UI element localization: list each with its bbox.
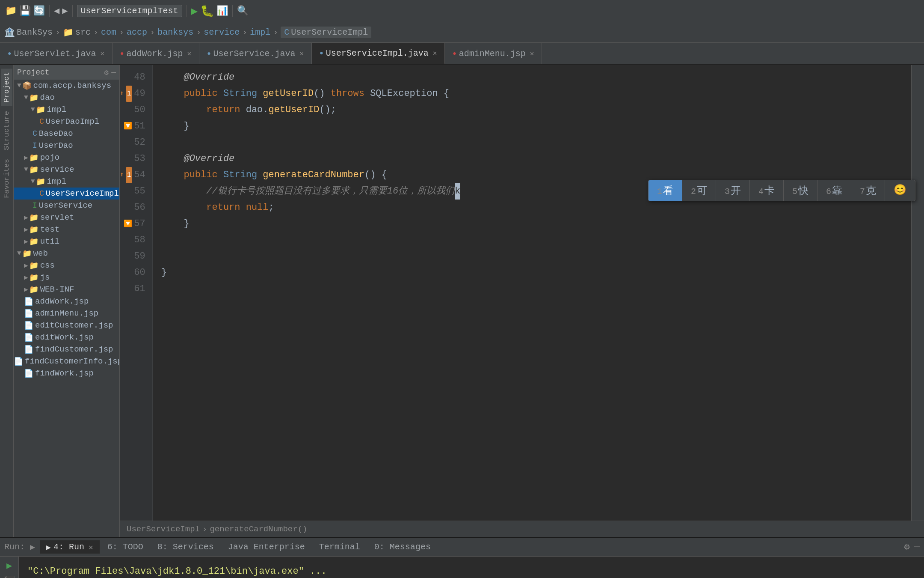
ac-item-5[interactable]: 5快 bbox=[784, 180, 817, 201]
vert-tab-favorites[interactable]: Favorites bbox=[1, 155, 12, 202]
nav-src[interactable]: 📁 src bbox=[63, 27, 91, 38]
folder-icon: 📁 bbox=[36, 177, 45, 186]
tab-close-userserviceimpl[interactable]: ✕ bbox=[433, 49, 437, 57]
tree-item-userdaoimpl[interactable]: C UserDaoImpl bbox=[14, 116, 119, 128]
tab-close-userservice[interactable]: ✕ bbox=[300, 49, 304, 58]
tree-item-userserviceimpl[interactable]: C UserServiceImpl bbox=[14, 188, 119, 200]
tree-item-basedao[interactable]: C BaseDao bbox=[14, 128, 119, 140]
stop-btn[interactable]: ⬛ bbox=[3, 576, 15, 578]
tree-item-userservice[interactable]: I UserService bbox=[14, 200, 119, 212]
nav-com[interactable]: com bbox=[101, 27, 116, 37]
nav-service[interactable]: service bbox=[204, 27, 240, 37]
nav-banksys-pkg[interactable]: banksys bbox=[157, 27, 193, 37]
bottom-tab-messages[interactable]: 0: Messages bbox=[368, 540, 437, 554]
nav-userserviceimpl[interactable]: C UserServiceImpl bbox=[281, 27, 371, 38]
bottom-tab-terminal[interactable]: Terminal bbox=[313, 540, 367, 554]
tree-item-js[interactable]: ▶ 📁 js bbox=[14, 271, 119, 283]
tab-userserviceimpl[interactable]: ● UserServiceImpl.java ✕ bbox=[312, 43, 445, 64]
tab-userservlet[interactable]: ● UserServlet.java ✕ bbox=[0, 43, 113, 64]
src-folder-icon: 📁 bbox=[63, 27, 74, 38]
bottom-tab-services[interactable]: 8: Services bbox=[151, 540, 220, 554]
method-call-1: getUserID bbox=[269, 102, 320, 118]
nav-impl[interactable]: impl bbox=[250, 27, 270, 37]
tree-item-service-impl[interactable]: ▼ 📁 impl bbox=[14, 176, 119, 188]
package-icon: 📦 bbox=[22, 81, 32, 90]
debug-button[interactable]: 🐛 bbox=[200, 4, 214, 18]
jsp-icon: 📄 bbox=[24, 321, 33, 330]
tree-item-web[interactable]: ▼ 📁 web bbox=[14, 247, 119, 259]
tree-item-util[interactable]: ▶ 📁 util bbox=[14, 235, 119, 247]
code-content[interactable]: @Override public String getUserID() thro… bbox=[153, 65, 911, 521]
tree-item-service[interactable]: ▼ 📁 service bbox=[14, 164, 119, 176]
tab-close-adminmenu[interactable]: ✕ bbox=[530, 49, 534, 58]
ac-item-6[interactable]: 6靠 bbox=[817, 180, 851, 201]
coverage-icon[interactable]: 📊 bbox=[216, 5, 228, 17]
tree-label: editWork.jsp bbox=[35, 333, 94, 342]
folder-icon: 📁 bbox=[29, 237, 38, 246]
tab-label-addwork: addWork.jsp bbox=[126, 49, 183, 59]
nav-accp[interactable]: accp bbox=[127, 27, 147, 37]
tree-label: service bbox=[40, 165, 74, 174]
line-57: 🔽 57 bbox=[120, 216, 148, 232]
nav-label-accp: accp bbox=[127, 27, 147, 37]
terminal-tab-label: Terminal bbox=[319, 542, 360, 552]
bottom-tab-java-enterprise[interactable]: Java Enterprise bbox=[222, 540, 311, 554]
tab-close-addwork[interactable]: ✕ bbox=[187, 49, 192, 58]
minimize-btn[interactable]: — bbox=[914, 542, 920, 552]
vert-tab-project[interactable]: Project bbox=[1, 69, 12, 106]
todo-tab-label: 6: TODO bbox=[107, 542, 143, 552]
bottom-tab-run[interactable]: ▶ 4: Run ✕ bbox=[40, 540, 100, 554]
ac-item-emoji[interactable]: 😊 bbox=[885, 180, 915, 201]
forward-icon[interactable]: ▶ bbox=[62, 5, 68, 17]
tree-item-findcustomer-jsp[interactable]: 📄 findCustomer.jsp bbox=[14, 343, 119, 355]
tree-label: WEB-INF bbox=[40, 285, 74, 294]
run-button[interactable]: ▶ bbox=[191, 4, 198, 18]
tree-item-findwork-jsp[interactable]: 📄 findWork.jsp bbox=[14, 367, 119, 379]
tree-item-editwork-jsp[interactable]: 📄 editWork.jsp bbox=[14, 331, 119, 343]
ac-item-4[interactable]: 4卡 bbox=[750, 180, 784, 201]
nav-label-banksys: BankSys bbox=[17, 27, 53, 37]
tab-adminmenu[interactable]: ● adminMenu.jsp ✕ bbox=[445, 43, 542, 64]
tree-item-dao[interactable]: ▼ 📁 dao bbox=[14, 92, 119, 104]
bottom-tab-todo[interactable]: 6: TODO bbox=[101, 540, 150, 554]
tree-item-dao-impl[interactable]: ▼ 📁 impl bbox=[14, 104, 119, 116]
tab-userservice[interactable]: ● UserService.java ✕ bbox=[199, 43, 312, 64]
restart-btn[interactable]: ▶ bbox=[6, 560, 12, 572]
tree-item-pojo[interactable]: ▶ 📁 pojo bbox=[14, 152, 119, 164]
ac-item-2[interactable]: 2可 bbox=[682, 180, 716, 201]
tab-close-userservlet[interactable]: ✕ bbox=[100, 49, 104, 58]
tree-item-com-accp-banksys[interactable]: ▼ 📦 com.accp.banksys bbox=[14, 80, 119, 92]
back-icon[interactable]: ◀ bbox=[54, 5, 59, 17]
ac-num-4: 4 bbox=[758, 187, 764, 197]
project-selector[interactable]: UserServiceImplTest bbox=[77, 5, 182, 17]
tree-item-css[interactable]: ▶ 📁 css bbox=[14, 259, 119, 271]
tree-item-findcustomerinfo-jsp[interactable]: 📄 findCustomerInfo.jsp bbox=[14, 355, 119, 367]
code-line-48: @Override bbox=[161, 69, 911, 86]
tree-item-addwork-jsp[interactable]: 📄 addWork.jsp bbox=[14, 295, 119, 307]
nav-banksys[interactable]: 🏦 BankSys bbox=[4, 27, 53, 38]
tab-addwork[interactable]: ● addWork.jsp ✕ bbox=[113, 43, 199, 64]
expand-arrow: ▼ bbox=[17, 250, 21, 257]
nav-label-com: com bbox=[101, 27, 116, 37]
tree-item-adminmenu-jsp[interactable]: 📄 adminMenu.jsp bbox=[14, 307, 119, 319]
tree-item-editcustomer-jsp[interactable]: 📄 editCustomer.jsp bbox=[14, 319, 119, 331]
refresh-icon[interactable]: 🔄 bbox=[33, 5, 45, 17]
nav-arrow-6: › bbox=[242, 27, 247, 37]
tree-item-webinf[interactable]: ▶ 📁 WEB-INF bbox=[14, 283, 119, 295]
tree-item-test[interactable]: ▶ 📁 test bbox=[14, 223, 119, 235]
settings-btn[interactable]: ⚙ bbox=[904, 541, 910, 553]
ac-item-3[interactable]: 3开 bbox=[716, 180, 750, 201]
save-icon[interactable]: 💾 bbox=[19, 5, 31, 17]
ac-item-1[interactable]: 1看 bbox=[649, 180, 682, 201]
vert-tab-structure[interactable]: Structure bbox=[1, 107, 12, 154]
ac-item-7[interactable]: 7克 bbox=[851, 180, 885, 201]
open-folder-icon[interactable]: 📁 bbox=[5, 5, 17, 17]
search-icon[interactable]: 🔍 bbox=[237, 5, 249, 17]
tree-item-servlet[interactable]: ▶ 📁 servlet bbox=[14, 212, 119, 223]
tree-item-userdao[interactable]: I UserDao bbox=[14, 140, 119, 152]
sidebar-gear-icon[interactable]: ⚙ bbox=[104, 68, 109, 77]
tree-label: findCustomerInfo.jsp bbox=[25, 357, 119, 366]
exception-type: SQLException bbox=[370, 86, 444, 102]
run-tab-close[interactable]: ✕ bbox=[89, 542, 93, 552]
sidebar-close-icon[interactable]: — bbox=[111, 68, 116, 77]
